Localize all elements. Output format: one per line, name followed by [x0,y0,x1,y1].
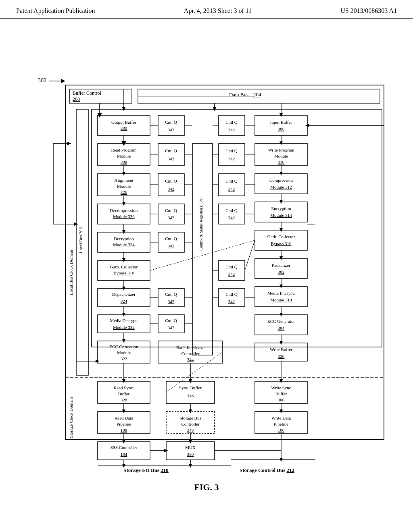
svg-text:Module 336: Module 336 [113,214,135,219]
svg-text:Garb. Collector: Garb. Collector [267,234,295,239]
svg-text:310: 310 [278,160,285,164]
svg-text:106: 106 [278,428,285,432]
svg-text:Decryption: Decryption [114,236,134,241]
svg-rect-107 [255,315,307,335]
svg-rect-101 [255,258,307,278]
svg-text:Cntl Q: Cntl Q [225,292,238,297]
svg-text:Module: Module [117,154,131,158]
svg-rect-37 [98,315,150,333]
svg-text:Output Buffer: Output Buffer [111,120,136,125]
header-center: Apr. 4, 2013 Sheet 3 of 11 [184,7,252,15]
circuit-diagram: 300 Buffer Control 208 Data Bus 204 Loca… [13,23,400,506]
svg-text:Encryption: Encryption [271,206,291,211]
svg-marker-2 [61,79,65,83]
svg-text:Storage Bus: Storage Bus [179,416,201,420]
svg-rect-104 [255,287,307,307]
svg-rect-50 [158,174,184,196]
svg-text:Module 334: Module 334 [113,242,135,247]
svg-text:338: 338 [121,160,127,164]
svg-rect-70 [219,143,245,166]
svg-text:Sync. Buffer: Sync. Buffer [179,385,202,390]
page-header: Patent Application Publication Apr. 4, 2… [0,0,413,19]
svg-text:Garb. Collector: Garb. Collector [110,264,138,269]
svg-text:342: 342 [168,243,175,248]
svg-text:Storage Clock Domain: Storage Clock Domain [69,397,73,438]
svg-text:Control & Status Register(s) 3: Control & Status Register(s) 340 [199,197,204,251]
svg-rect-14 [98,115,150,135]
svg-text:Write Sync: Write Sync [271,385,291,390]
svg-rect-59 [158,289,184,307]
svg-text:Read Program: Read Program [111,148,137,152]
svg-text:208: 208 [73,96,80,102]
svg-rect-123 [166,381,215,403]
svg-text:342: 342 [168,215,175,220]
svg-text:Controller: Controller [181,351,200,356]
svg-text:320: 320 [278,354,285,359]
svg-text:342: 342 [168,325,175,330]
svg-text:306: 306 [278,127,285,131]
svg-text:Compression: Compression [269,178,293,183]
svg-text:Write Program: Write Program [268,148,294,152]
svg-text:Cntl Q: Cntl Q [225,120,238,125]
svg-text:Storage Control Bus 212: Storage Control Bus 212 [240,467,294,473]
svg-text:342: 342 [228,187,235,191]
svg-text:Module 314: Module 314 [270,213,292,218]
svg-rect-76 [219,204,245,224]
svg-text:342: 342 [168,299,175,304]
svg-text:342: 342 [228,215,235,220]
svg-rect-85 [255,115,307,135]
svg-text:Buffer Control: Buffer Control [73,90,101,96]
svg-text:Module: Module [117,184,131,189]
svg-text:Bypass 316: Bypass 316 [271,241,292,246]
svg-text:Read Sync.: Read Sync. [114,385,134,390]
svg-text:108: 108 [121,428,127,432]
svg-rect-13 [92,109,382,347]
svg-rect-145 [166,442,215,460]
svg-text:104: 104 [121,452,127,457]
svg-rect-53 [158,204,184,224]
svg-text:MUX: MUX [185,445,196,450]
svg-text:Module: Module [274,154,288,158]
svg-rect-47 [158,143,184,166]
svg-text:Data Bus: Data Bus [229,91,248,98]
svg-text:FIG. 3: FIG. 3 [194,482,219,492]
svg-text:Cntl Q: Cntl Q [165,292,177,297]
svg-text:322: 322 [121,356,127,361]
svg-text:Depacketizer: Depacketizer [112,292,136,297]
svg-rect-98 [255,230,307,250]
svg-rect-34 [98,289,150,307]
svg-text:Input Buffer: Input Buffer [270,120,292,125]
svg-text:ECC Generator: ECC Generator [267,319,295,324]
svg-text:Local Bus Clock Domain: Local Bus Clock Domain [69,249,73,295]
svg-text:Media Encrypt.: Media Encrypt. [267,291,295,295]
svg-text:Alignment: Alignment [114,178,133,183]
svg-text:Media Decrypt.: Media Decrypt. [110,318,138,323]
svg-text:330: 330 [121,126,127,131]
svg-text:Buffer: Buffer [275,391,287,396]
svg-rect-142 [98,442,150,460]
svg-rect-62 [158,315,184,333]
svg-marker-249 [67,142,71,145]
svg-rect-56 [158,232,184,252]
svg-text:Bank Interleave: Bank Interleave [176,345,204,350]
svg-text:328: 328 [121,397,127,402]
svg-text:Module 312: Module 312 [270,185,292,189]
svg-text:ECC Correction: ECC Correction [109,344,138,349]
svg-text:344: 344 [187,357,194,362]
svg-line-212 [245,240,255,270]
svg-text:342: 342 [228,156,235,161]
svg-text:324: 324 [121,299,127,303]
svg-text:342: 342 [168,187,175,191]
svg-text:Bypass 316: Bypass 316 [113,270,134,275]
svg-text:Pipeline: Pipeline [274,422,288,426]
svg-text:Cntl Q: Cntl Q [225,208,238,213]
svg-rect-67 [219,115,245,135]
svg-text:Cntl Q: Cntl Q [165,179,177,183]
svg-text:Cntl Q: Cntl Q [165,120,177,125]
svg-text:SSS Controller: SSS Controller [111,445,138,450]
diagram-container: 300 Buffer Control 208 Data Bus 204 Loca… [0,19,413,510]
svg-text:346: 346 [187,393,194,398]
svg-text:348: 348 [187,428,194,432]
svg-text:Read Data: Read Data [115,416,133,420]
svg-text:Module 332: Module 332 [113,325,134,330]
